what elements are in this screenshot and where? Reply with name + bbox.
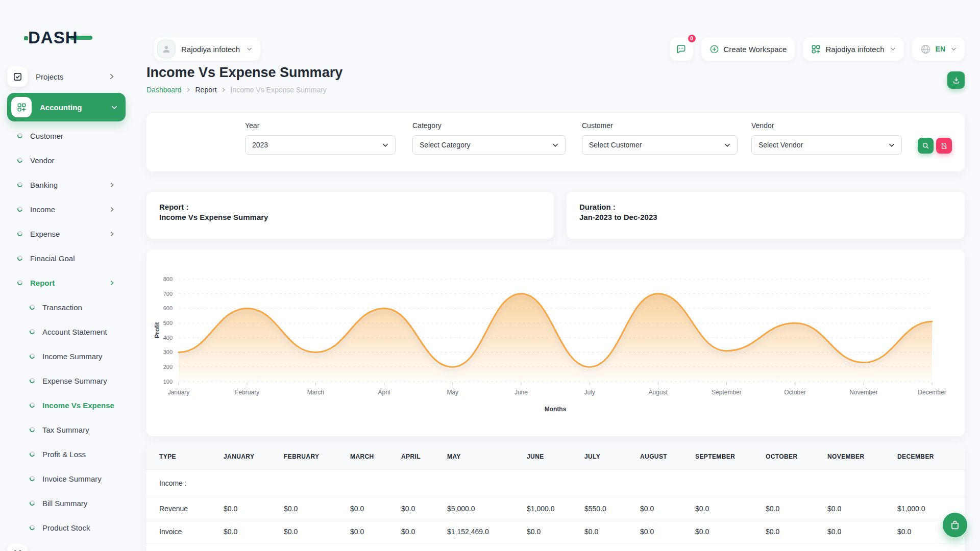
- vendor-value: Select Vendor: [758, 141, 803, 149]
- sidebar-item-bill-summary[interactable]: Bill Summary: [7, 491, 126, 515]
- chevron-right-icon: [110, 73, 114, 80]
- section-label: Expense :: [146, 543, 965, 551]
- col-december: DECEMBER: [897, 444, 965, 469]
- chevron-right-icon: [222, 87, 226, 92]
- col-march: MARCH: [350, 444, 401, 469]
- sidebar-item-financial-goal[interactable]: Finacial Goal: [7, 246, 126, 270]
- col-january: JANUARY: [224, 444, 284, 469]
- chevron-down-icon: [247, 47, 252, 51]
- chevron-down-icon: [382, 143, 388, 147]
- svg-text:January: January: [168, 389, 190, 396]
- sidebar-item-label: Vendor: [30, 156, 55, 165]
- category-select[interactable]: Select Category: [412, 135, 566, 155]
- chevron-right-icon: [110, 231, 114, 237]
- svg-text:100: 100: [163, 379, 173, 385]
- sidebar-item-projects[interactable]: Projects: [7, 62, 126, 91]
- bullet-icon: [30, 476, 35, 481]
- bullet-icon: [17, 182, 22, 187]
- workspace-selector[interactable]: Rajodiya infotech: [803, 37, 903, 61]
- table-section-expense: Expense :: [146, 543, 965, 551]
- customer-label: Customer: [582, 121, 738, 130]
- sidebar-item-product-stock[interactable]: Product Stock: [7, 515, 126, 540]
- sidebar-item-vendor[interactable]: Vendor: [7, 148, 126, 172]
- svg-text:July: July: [584, 389, 595, 396]
- breadcrumb-dashboard[interactable]: Dashboard: [146, 86, 182, 94]
- checkbox-icon: [7, 66, 28, 87]
- language-selector[interactable]: EN: [912, 37, 965, 61]
- category-label: Category: [412, 121, 566, 130]
- bullet-icon: [30, 329, 35, 334]
- report-summary-card: Report : Income Vs Expense Summary: [146, 192, 554, 239]
- duration-summary-card: Duration : Jan-2023 to Dec-2023: [567, 192, 965, 239]
- sidebar-item-income-vs-expense[interactable]: Income Vs Expense: [7, 393, 126, 417]
- chevron-down-icon: [111, 105, 117, 110]
- shopping-bag-icon: [949, 519, 961, 531]
- sidebar-item-label: Income Summary: [42, 352, 103, 361]
- chevron-down-icon: [724, 143, 730, 147]
- filter-panel: Year 2023 Category Select Category Custo…: [146, 113, 965, 171]
- breadcrumb: Dashboard Report Income Vs Expense Summa…: [146, 86, 327, 94]
- sidebar-item-account-statement[interactable]: Account Statement: [7, 319, 126, 344]
- sidebar-item-label: Report: [30, 279, 55, 287]
- sidebar-item-accounting[interactable]: Accounting: [7, 93, 126, 121]
- company-name: Rajodiya infotech: [181, 45, 240, 54]
- bullet-icon: [30, 452, 35, 457]
- sidebar-item-expense-summary[interactable]: Expense Summary: [7, 368, 126, 393]
- profit-area-chart[interactable]: 100200300400500600700800JanuaryFebruaryM…: [146, 250, 965, 436]
- breadcrumb-report[interactable]: Report: [195, 86, 217, 94]
- create-workspace-button[interactable]: Create Workspace: [701, 37, 795, 61]
- sidebar-item-income[interactable]: Income: [7, 197, 126, 221]
- duration-label: Duration :: [579, 202, 952, 212]
- chevron-down-icon: [951, 47, 957, 51]
- chevron-right-icon: [110, 207, 114, 212]
- messages-button[interactable]: 0: [670, 37, 693, 61]
- sidebar-item-label: Accounting: [40, 103, 82, 112]
- year-select[interactable]: 2023: [245, 135, 396, 155]
- apply-filter-button[interactable]: [918, 138, 934, 154]
- accounting-grid-icon: [11, 97, 32, 117]
- reset-filter-button[interactable]: [936, 138, 952, 154]
- customer-select[interactable]: Select Customer: [582, 135, 738, 155]
- sidebar-item-expense[interactable]: Expense: [7, 221, 126, 246]
- sidebar-item-label: Finacial Goal: [30, 254, 75, 263]
- customer-value: Select Customer: [589, 141, 642, 149]
- plus-circle-icon: [709, 44, 719, 54]
- col-july: JULY: [584, 444, 640, 469]
- sidebar-item-invoice-summary[interactable]: Invoice Summary: [7, 466, 126, 491]
- language-code: EN: [936, 45, 945, 53]
- sidebar-item-report[interactable]: Report: [7, 270, 126, 295]
- sidebar-item-profit-loss[interactable]: Profit & Loss: [7, 442, 126, 466]
- sidebar-item-label: Transaction: [42, 303, 82, 312]
- sidebar-item-hrm[interactable]: HRM: [7, 540, 126, 551]
- sidebar-nav: Projects Accounting Customer Vendor: [7, 62, 126, 551]
- income-expense-table-card: TYPE JANUARY FEBRUARY MARCH APRIL MAY JU…: [146, 444, 965, 551]
- chat-icon: [675, 43, 687, 55]
- sidebar-item-income-summary[interactable]: Income Summary: [7, 344, 126, 368]
- sidebar-item-customer[interactable]: Customer: [7, 123, 126, 148]
- download-icon: [952, 76, 961, 85]
- svg-text:March: March: [307, 389, 324, 396]
- sidebar-item-label: Projects: [36, 72, 63, 81]
- brand-logo[interactable]: DASH: [28, 27, 92, 49]
- company-selector[interactable]: Rajodiya infotech: [154, 37, 260, 61]
- col-november: NOVEMBER: [827, 444, 897, 469]
- sidebar-item-tax-summary[interactable]: Tax Summary: [7, 417, 126, 442]
- notification-badge: 0: [687, 34, 697, 43]
- sidebar-item-transaction[interactable]: Transaction: [7, 295, 126, 319]
- duration-value: Jan-2023 to Dec-2023: [579, 212, 952, 222]
- create-workspace-label: Create Workspace: [724, 45, 787, 54]
- search-icon: [922, 142, 929, 149]
- bullet-icon: [30, 525, 35, 530]
- year-label: Year: [245, 121, 396, 130]
- vendor-select[interactable]: Select Vendor: [751, 135, 902, 155]
- col-february: FEBRUARY: [284, 444, 350, 469]
- bullet-icon: [17, 256, 22, 261]
- sidebar-item-banking[interactable]: Banking: [7, 172, 126, 197]
- shop-fab-button[interactable]: [943, 513, 967, 537]
- download-button[interactable]: [947, 71, 965, 89]
- sidebar-item-label: Tax Summary: [42, 425, 89, 434]
- col-type: TYPE: [146, 444, 224, 469]
- svg-text:December: December: [918, 389, 946, 396]
- workspace-grid-icon: [811, 44, 821, 54]
- sidebar-item-label: Product Stock: [42, 523, 90, 532]
